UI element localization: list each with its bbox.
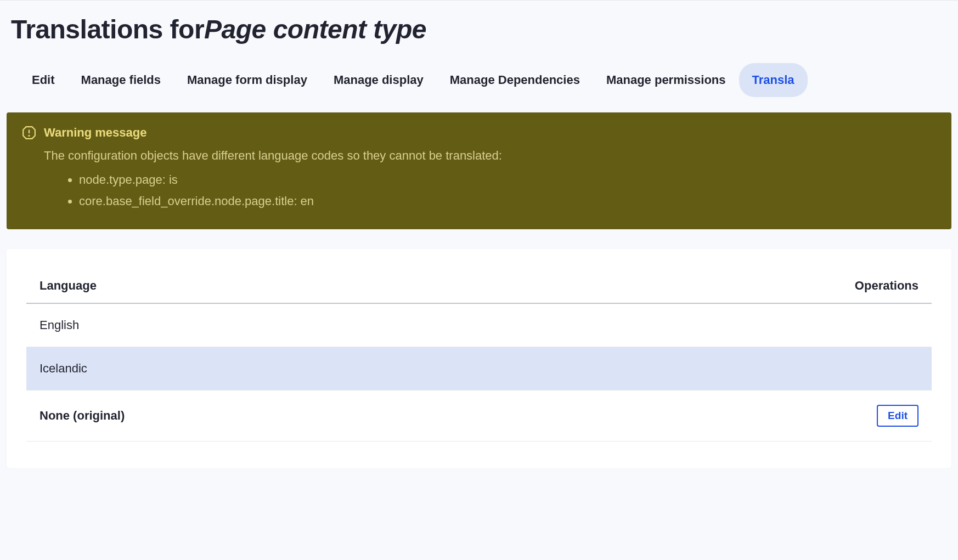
- page-title-prefix: Translations for: [11, 15, 204, 44]
- page-title-italic: Page content type: [204, 15, 426, 44]
- table-cell-language: Icelandic: [26, 347, 527, 391]
- tab-manage-form-display[interactable]: Manage form display: [174, 63, 320, 97]
- table-row: English: [26, 303, 932, 347]
- table-header-row: Language Operations: [26, 271, 932, 303]
- tab-manage-display[interactable]: Manage display: [320, 63, 437, 97]
- warning-title: Warning message: [44, 126, 146, 140]
- warning-body: The configuration objects have different…: [22, 145, 936, 212]
- warning-body-text: The configuration objects have different…: [44, 149, 502, 162]
- warning-message: Warning message The configuration object…: [7, 112, 951, 230]
- page-title: Translations forPage content type: [11, 14, 947, 46]
- warning-list-item: node.type.page: is: [79, 169, 936, 191]
- table-cell-language: English: [26, 303, 527, 347]
- translations-table: Language Operations English Icelandic No…: [26, 271, 932, 442]
- table-cell-operations: [527, 303, 932, 347]
- tab-manage-dependencies[interactable]: Manage Dependencies: [437, 63, 593, 97]
- table-cell-operations: Edit: [527, 391, 932, 442]
- content-card: Language Operations English Icelandic No…: [7, 249, 951, 468]
- table-cell-language: None (original): [26, 391, 527, 442]
- warning-header: Warning message: [22, 126, 936, 140]
- table-header-operations: Operations: [527, 271, 932, 303]
- tabs-container: Edit Manage fields Manage form display M…: [11, 63, 947, 97]
- warning-list-item: core.base_field_override.node.page.title…: [79, 191, 936, 212]
- table-row: Icelandic: [26, 347, 932, 391]
- tab-manage-fields[interactable]: Manage fields: [68, 63, 174, 97]
- table-row: None (original) Edit: [26, 391, 932, 442]
- tab-edit[interactable]: Edit: [19, 63, 68, 97]
- warning-icon: [22, 126, 36, 140]
- edit-button[interactable]: Edit: [877, 405, 918, 427]
- warning-list: node.type.page: is core.base_field_overr…: [44, 169, 936, 212]
- table-cell-operations: [527, 347, 932, 391]
- tab-translate[interactable]: Transla: [739, 63, 808, 97]
- table-header-language: Language: [26, 271, 527, 303]
- tab-manage-permissions[interactable]: Manage permissions: [593, 63, 739, 97]
- svg-point-2: [29, 135, 29, 135]
